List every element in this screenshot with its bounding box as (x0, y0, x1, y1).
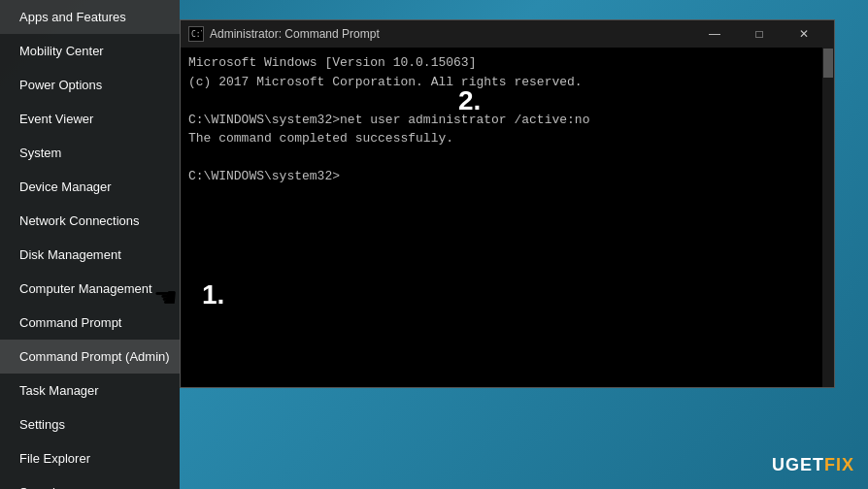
menu-item-network-connections[interactable]: Network Connections (0, 204, 180, 238)
menu-item-disk-management[interactable]: Disk Management (0, 238, 180, 272)
menu-item-task-manager[interactable]: Task Manager (0, 374, 180, 408)
menu-item-command-prompt-admin[interactable]: Command Prompt (Admin) (0, 340, 180, 374)
menu-item-apps-features[interactable]: Apps and Features (0, 0, 180, 34)
maximize-button[interactable]: □ (737, 20, 782, 48)
start-menu: Apps and Features Mobility Center Power … (0, 0, 180, 489)
menu-item-event-viewer[interactable]: Event Viewer (0, 102, 180, 136)
menu-item-system[interactable]: System (0, 136, 180, 170)
desktop: Apps and Features Mobility Center Power … (0, 0, 868, 489)
menu-item-power-options[interactable]: Power Options (0, 68, 180, 102)
watermark: UGETFIX (772, 455, 854, 475)
svg-text:C:\: C:\ (191, 30, 202, 39)
cmd-body: Microsoft Windows [Version 10.0.15063] (… (181, 48, 834, 387)
close-button[interactable]: ✕ (782, 20, 826, 48)
watermark-ug: UG (772, 455, 800, 474)
menu-item-settings[interactable]: Settings (0, 408, 180, 441)
cmd-icon: C:\ (188, 26, 204, 42)
cmd-titlebar: C:\ Administrator: Command Prompt — □ ✕ (181, 20, 834, 48)
cmd-title: Administrator: Command Prompt (210, 27, 692, 41)
menu-item-computer-management[interactable]: Computer Management (0, 272, 180, 306)
scrollbar-thumb[interactable] (823, 49, 833, 78)
cmd-output: Microsoft Windows [Version 10.0.15063] (… (188, 53, 826, 186)
menu-item-search[interactable]: Search (0, 475, 180, 489)
menu-item-mobility-center[interactable]: Mobility Center (0, 34, 180, 68)
watermark-fix: FIX (824, 455, 854, 474)
cmd-scrollbar[interactable] (822, 48, 834, 387)
cmd-controls: — □ ✕ (692, 20, 826, 48)
minimize-button[interactable]: — (692, 20, 737, 48)
menu-item-command-prompt[interactable]: Command Prompt (0, 306, 180, 340)
watermark-et: ET (800, 455, 824, 474)
menu-item-file-explorer[interactable]: File Explorer (0, 441, 180, 475)
cmd-window: C:\ Administrator: Command Prompt — □ ✕ … (180, 19, 835, 388)
menu-item-device-manager[interactable]: Device Manager (0, 170, 180, 204)
